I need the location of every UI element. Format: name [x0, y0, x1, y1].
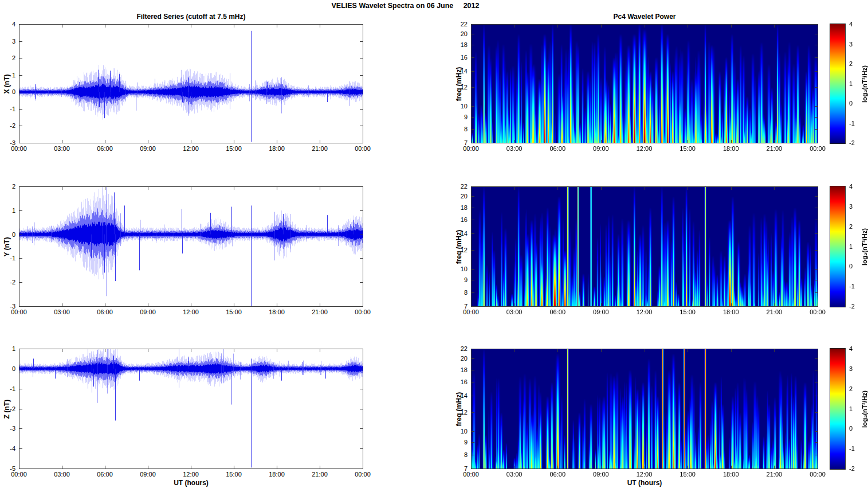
x-tick-label: 09:00: [588, 145, 614, 153]
colorbar-tick-label: 2: [849, 223, 866, 231]
y-tick-label: -2: [0, 279, 15, 286]
colorbar-tick-label: 4: [849, 183, 866, 190]
x-tick-label: 21:00: [307, 145, 333, 153]
y-tick-label: 0: [0, 365, 15, 373]
y-tick-label: -4: [0, 445, 15, 452]
x-tick-label: 09:00: [588, 309, 614, 316]
x-axis-label: UT (hours): [471, 479, 818, 487]
y-tick-label: 12: [446, 84, 468, 91]
y-tick-label: 16: [446, 378, 468, 386]
y-tick-label: 10: [446, 428, 468, 435]
colorbar-gradient: [830, 349, 845, 469]
x-tick-label: 00:00: [804, 309, 831, 316]
z-series-plot-canvas: [19, 349, 363, 469]
y-tick-label: 10: [446, 266, 468, 273]
x-tick-label: 00:00: [349, 309, 376, 316]
panel-title: Filtered Series (cutoff at 7.5 mHz): [19, 13, 363, 21]
colorbar-gradient: [830, 24, 845, 143]
y-tick-label: 18: [446, 41, 468, 49]
x-tick-label: 06:00: [92, 471, 118, 478]
colorbar-tick-label: 3: [849, 41, 866, 48]
y-tick-label: 7: [446, 303, 468, 310]
colorbar-tick-label: -1: [849, 445, 866, 452]
y-tick-label: 1: [0, 345, 15, 353]
colorbar-tick-label: 2: [849, 385, 866, 393]
colorbar-tick-label: -2: [849, 465, 866, 473]
x-tick-label: 06:00: [544, 309, 571, 316]
colorbar-tick-label: 0: [849, 425, 866, 432]
colorbar-tick-label: 0: [849, 263, 866, 270]
y-tick-label: 14: [446, 230, 468, 237]
colorbar-gradient: [830, 186, 845, 307]
x-tick-label: 09:00: [135, 471, 161, 478]
x-tick-label: 18:00: [718, 471, 744, 478]
x-tick-label: 03:00: [49, 471, 75, 478]
colorbar-tick-label: -2: [849, 303, 866, 310]
y-spectrogram-canvas: [471, 186, 818, 307]
y-tick-label: 22: [446, 21, 468, 28]
colorbar-tick-label: -1: [849, 283, 866, 290]
panel-x-filtered-series: Filtered Series (cutoff at 7.5 mHz) X (n…: [19, 24, 363, 143]
y-tick-label: -2: [0, 122, 15, 130]
colorbar-tick-label: 3: [849, 203, 866, 210]
x-tick-label: 09:00: [588, 471, 614, 478]
colorbar-tick-label: -2: [849, 139, 866, 147]
panel-title: Pc4 Wavelet Power: [471, 13, 818, 21]
x-tick-label: 15:00: [674, 145, 701, 153]
x-tick-label: 12:00: [178, 471, 204, 478]
y-tick-label: -5: [0, 465, 15, 473]
panel-z-wavelet-power: freq (mHz) UT (hours) log₂(nT²/Hz) 43210…: [471, 349, 818, 469]
x-tick-label: 12:00: [178, 145, 204, 153]
y-tick-label: 18: [446, 204, 468, 212]
y-tick-label: -3: [0, 139, 15, 147]
x-tick-label: 06:00: [92, 309, 118, 316]
x-tick-label: 09:00: [135, 309, 161, 316]
y-tick-label: 9: [446, 439, 468, 446]
y-tick-label: 22: [446, 183, 468, 190]
x-series-plot-canvas: [19, 24, 363, 143]
y-tick-label: -3: [0, 303, 15, 310]
x-tick-label: 00:00: [349, 471, 376, 478]
x-tick-label: 12:00: [631, 471, 658, 478]
colorbar-tick-label: 3: [849, 365, 866, 373]
y-tick-label: 12: [446, 409, 468, 416]
x-tick-label: 12:00: [178, 309, 204, 316]
colorbar-tick-label: -1: [849, 120, 866, 127]
x-tick-label: 00:00: [804, 471, 831, 478]
y-tick-label: 14: [446, 68, 468, 75]
colorbar-tick-label: 2: [849, 60, 866, 68]
x-tick-label: 00:00: [349, 145, 376, 153]
y-tick-label: 1: [0, 72, 15, 79]
x-tick-label: 21:00: [307, 471, 333, 478]
y-axis-label: Y (nT): [2, 186, 11, 307]
y-tick-label: -1: [0, 106, 15, 113]
x-tick-label: 15:00: [221, 471, 247, 478]
x-tick-label: 18:00: [264, 471, 290, 478]
y-tick-label: 16: [446, 216, 468, 224]
y-tick-label: 0: [0, 88, 15, 96]
y-tick-label: 9: [446, 276, 468, 284]
x-tick-label: 15:00: [674, 471, 701, 478]
y-tick-label: 9: [446, 114, 468, 121]
x-tick-label: 18:00: [718, 309, 744, 316]
x-axis-label: UT (hours): [19, 479, 363, 487]
y-tick-label: 8: [446, 451, 468, 459]
x-tick-label: 15:00: [221, 145, 247, 153]
y-series-plot-canvas: [19, 186, 363, 307]
panel-y-wavelet-power: freq (mHz) log₂(nT²/Hz) 43210-1-2 00:000…: [471, 186, 818, 307]
y-tick-label: -1: [0, 385, 15, 393]
y-tick-label: 8: [446, 126, 468, 133]
y-tick-label: 18: [446, 366, 468, 374]
x-tick-label: 21:00: [307, 309, 333, 316]
x-tick-label: 21:00: [761, 309, 787, 316]
panel-x-wavelet-power: Pc4 Wavelet Power freq (mHz) log₂(nT²/Hz…: [471, 24, 818, 143]
y-tick-label: 0: [0, 231, 15, 239]
y-tick-label: -3: [0, 425, 15, 432]
x-tick-label: 15:00: [221, 309, 247, 316]
colorbar: log₂(nT²/Hz) 43210-1-2: [830, 186, 868, 307]
y-tick-label: 4: [0, 21, 15, 28]
y-tick-label: 20: [446, 30, 468, 38]
y-tick-label: 16: [446, 54, 468, 61]
x-tick-label: 12:00: [631, 309, 658, 316]
panel-y-filtered-series: Y (nT) 00:0003:0006:0009:0012:0015:0018:…: [19, 186, 363, 307]
